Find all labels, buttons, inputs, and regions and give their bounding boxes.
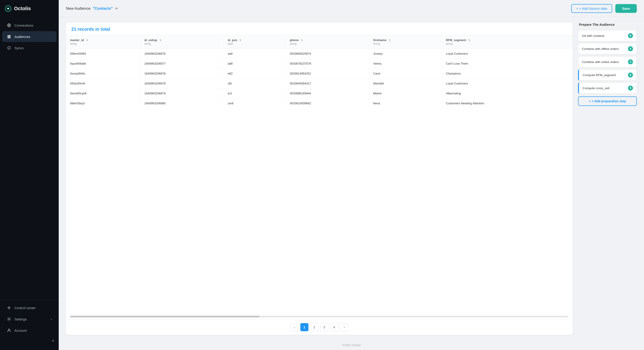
cell-id_eshop-2: 1640963206878 xyxy=(140,69,224,78)
add-step-label: + Add preparation step xyxy=(592,99,626,103)
step-badge-compute-rfm: 8 xyxy=(628,72,633,78)
cell-RFM_segment-2: Champions xyxy=(442,69,573,78)
cell-master_id-3: 050iu00m4i xyxy=(66,78,140,88)
cell-firstname-0: Jovany xyxy=(369,49,442,59)
cell-master_id-4: 0wnd40cyh8 xyxy=(66,88,140,98)
sidebar-item-settings-label: Settings xyxy=(14,317,27,321)
step-badge-combine-online: 3 xyxy=(628,60,633,64)
table-row: 0xnaa0kf4o1640963206878e820033614954251C… xyxy=(66,69,573,78)
sidebar-collapse-button[interactable]: < xyxy=(0,336,59,346)
pagination-next[interactable]: › xyxy=(340,323,348,331)
records-suffix: records in total xyxy=(78,27,110,32)
cell-id_eshop-1: 1640963206877 xyxy=(140,59,224,69)
scrollbar-row xyxy=(66,314,573,319)
svg-rect-4 xyxy=(8,36,10,37)
sidebar-bottom: Control center Settings › xyxy=(0,300,59,350)
sidebar-item-syncs[interactable]: Syncs xyxy=(2,42,56,53)
control-center-icon xyxy=(7,306,11,310)
sidebar: Octolis Connections Audiences xyxy=(0,0,59,350)
step-item-init-contacts[interactable]: Init with contacts6 xyxy=(578,30,637,41)
settings-icon xyxy=(7,317,11,321)
logo-text: Octolis xyxy=(14,6,31,12)
footer: ©2022 Octolis xyxy=(59,340,644,350)
svg-point-1 xyxy=(8,8,9,9)
edit-icon[interactable]: ✏ xyxy=(115,6,118,10)
cell-id_pos-4: tu3 xyxy=(224,88,286,98)
col-id_pos: id_pos ⇅date xyxy=(224,35,286,49)
sidebar-nav: Connections Audiences Syncs xyxy=(0,17,59,300)
add-source-button[interactable]: + + Add Source data xyxy=(571,4,612,13)
cell-RFM_segment-1: Can't Lose Them xyxy=(442,59,573,69)
cell-firstname-1: Velma xyxy=(369,59,442,69)
svg-point-7 xyxy=(8,318,10,320)
data-table: master_id ⇅string id_eshop ⇅string id_po… xyxy=(66,35,573,108)
pagination-page-4[interactable]: 4 xyxy=(330,323,338,331)
right-panel: Prepare The Audience Init with contacts6… xyxy=(578,22,637,335)
step-label-compute-cross: Compute cross_sell xyxy=(582,86,610,90)
sidebar-item-syncs-label: Syncs xyxy=(14,46,24,50)
header: New Audience "Contacts" ✏ + + Add Source… xyxy=(59,0,644,17)
step-item-combine-online[interactable]: Combine with online orders3 xyxy=(578,56,637,68)
cell-firstname-5: Neva xyxy=(369,98,442,108)
add-source-plus-icon: + xyxy=(576,6,578,10)
steps-container: Init with contacts6Combine with offline … xyxy=(578,30,637,96)
cell-RFM_segment-3: Loyal Customers xyxy=(442,78,573,88)
table-row: 05fem039911640963206876aa60033665620874J… xyxy=(66,49,573,59)
table-header: 21 records in total xyxy=(66,22,573,35)
cell-id_eshop-5: 1640963206880 xyxy=(140,98,224,108)
step-label-init-contacts: Init with contacts xyxy=(582,34,604,38)
cell-id_eshop-0: 1640963206876 xyxy=(140,49,224,59)
table-section: 21 records in total master_id ⇅string id… xyxy=(66,22,573,335)
step-item-compute-cross[interactable]: Compute cross_sell5 xyxy=(578,82,637,94)
panel-title: Prepare The Audience xyxy=(578,22,637,26)
connections-icon xyxy=(7,23,11,28)
scrollbar-track[interactable] xyxy=(70,316,568,318)
cell-id_eshop-4: 1640963206879 xyxy=(140,88,224,98)
cell-master_id-1: 0qso909a9e xyxy=(66,59,140,69)
step-badge-combine-offline: 4 xyxy=(628,46,633,51)
sidebar-item-account[interactable]: Account xyxy=(2,325,56,336)
cell-id_pos-2: e82 xyxy=(224,69,286,78)
col-id_eshop: id_eshop ⇅string xyxy=(140,35,224,49)
table-row: 0qso909a9e1640963206877ad80033678237579V… xyxy=(66,59,573,69)
step-label-combine-online: Combine with online orders xyxy=(582,60,619,64)
cell-id_eshop-3: 1640963206878 xyxy=(140,78,224,88)
sidebar-item-account-label: Account xyxy=(14,328,27,332)
main-area: New Audience "Contacts" ✏ + + Add Source… xyxy=(59,0,644,350)
step-label-combine-offline: Combine with offline orders xyxy=(582,47,619,50)
cell-id_pos-3: zt8 xyxy=(224,78,286,88)
sidebar-item-audiences[interactable]: Audiences xyxy=(2,31,56,42)
svg-point-6 xyxy=(8,307,10,308)
step-badge-init-contacts: 6 xyxy=(628,33,633,38)
sidebar-item-connections[interactable]: Connections xyxy=(2,20,56,31)
cell-firstname-4: Melvin xyxy=(369,88,442,98)
save-button[interactable]: Save xyxy=(615,4,637,13)
pagination: ‹ 1 2 3 4 › xyxy=(66,319,573,335)
step-item-combine-offline[interactable]: Combine with offline orders4 xyxy=(578,43,637,54)
pagination-page-3[interactable]: 3 xyxy=(320,323,328,331)
pagination-prev[interactable]: ‹ xyxy=(290,323,298,331)
cell-phone-2: 0033614954251 xyxy=(286,69,369,78)
cell-id_pos-5: zer8 xyxy=(224,98,286,108)
cell-RFM_segment-0: Loyal Customers xyxy=(442,49,573,59)
step-item-compute-rfm[interactable]: Compute RFM_segment8 xyxy=(578,69,637,80)
add-preparation-step-button[interactable]: + + Add preparation step xyxy=(578,96,637,106)
logo-icon xyxy=(4,5,12,12)
sidebar-item-control-center[interactable]: Control center xyxy=(2,302,56,313)
svg-point-8 xyxy=(8,329,10,330)
svg-rect-3 xyxy=(8,35,10,36)
cell-phone-4: 0033686165844 xyxy=(286,88,369,98)
scrollbar-thumb xyxy=(70,316,260,318)
sidebar-item-audiences-label: Audiences xyxy=(14,35,30,38)
table-wrapper: master_id ⇅string id_eshop ⇅string id_po… xyxy=(66,35,573,314)
sidebar-item-connections-label: Connections xyxy=(14,24,33,27)
pagination-page-2[interactable]: 2 xyxy=(310,323,318,331)
pagination-page-1[interactable]: 1 xyxy=(300,323,308,331)
audience-name: "Contacts" xyxy=(93,6,113,11)
sidebar-item-settings[interactable]: Settings › xyxy=(2,314,56,324)
step-label-compute-rfm: Compute RFM_segment xyxy=(582,74,616,77)
syncs-icon xyxy=(7,46,11,50)
audiences-icon xyxy=(7,34,11,39)
add-step-plus-icon: + xyxy=(589,99,591,103)
cell-phone-5: 0033610939662 xyxy=(286,98,369,108)
